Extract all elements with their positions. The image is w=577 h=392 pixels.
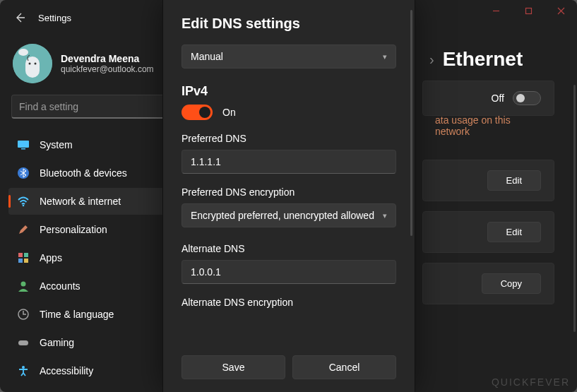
bluetooth-icon <box>17 167 30 179</box>
svg-point-5 <box>18 49 28 56</box>
metered-row: Off <box>422 81 554 116</box>
nav-label: Gaming <box>40 337 74 348</box>
nav-item-apps[interactable]: Apps <box>8 244 172 271</box>
dialog-footer: Save Cancel <box>163 345 415 392</box>
svg-rect-13 <box>24 259 28 263</box>
nav-item-network[interactable]: Network & internet <box>8 188 172 215</box>
svg-point-3 <box>29 63 31 65</box>
toggle-label: On <box>222 107 236 118</box>
preferred-dns-label: Preferred DNS <box>182 133 396 144</box>
svg-rect-0 <box>525 8 531 13</box>
avatar <box>13 44 52 83</box>
preferred-dns-input[interactable]: 1.1.1.1 <box>182 150 396 174</box>
nav-label: Accounts <box>40 280 81 292</box>
nav-item-bluetooth[interactable]: Bluetooth & devices <box>8 160 172 186</box>
chevron-down-icon: ▾ <box>383 52 387 61</box>
nav-item-accessibility[interactable]: Accessibility <box>8 357 172 384</box>
person-icon <box>17 280 30 292</box>
nav-item-time-language[interactable]: Time & language <box>8 301 172 328</box>
svg-rect-7 <box>21 148 25 150</box>
toggle-label: Off <box>492 93 504 104</box>
close-button[interactable] <box>545 0 577 21</box>
svg-rect-12 <box>18 259 23 263</box>
select-value: Encrypted preferred, unencrypted allowed <box>191 210 374 221</box>
nav-label: Bluetooth & devices <box>40 167 127 179</box>
svg-point-14 <box>21 282 26 287</box>
watermark: QUICKFEVER <box>492 376 570 388</box>
nav-item-accounts[interactable]: Accounts <box>8 273 172 299</box>
preferred-dns-encryption-select[interactable]: Encrypted preferred, unencrypted allowed… <box>182 203 396 227</box>
nav-label: Time & language <box>40 309 114 320</box>
nav-label: System <box>40 139 73 150</box>
save-button[interactable]: Save <box>182 355 285 379</box>
edit-button-1[interactable]: Edit <box>487 170 541 191</box>
maximize-button[interactable] <box>512 0 545 21</box>
nav-label: Accessibility <box>40 365 93 376</box>
search-input[interactable]: Find a setting <box>11 95 168 119</box>
copy-button[interactable]: Copy <box>482 273 541 294</box>
search-placeholder: Find a setting <box>19 101 78 112</box>
dialog-title: Edit DNS settings <box>182 16 396 32</box>
svg-rect-11 <box>24 253 28 257</box>
svg-rect-16 <box>18 340 28 345</box>
dialog-content: Edit DNS settings Manual ▾ IPv4 On Prefe… <box>163 0 415 345</box>
monitor-icon <box>17 138 30 151</box>
dns-mode-select[interactable]: Manual ▾ <box>182 44 396 69</box>
sidebar: Devendra Meena quickfever@outlook.com Fi… <box>0 35 175 392</box>
paintbrush-icon <box>17 223 30 236</box>
svg-point-17 <box>22 366 25 369</box>
setting-row-1: Edit <box>422 160 554 201</box>
profile-block[interactable]: Devendra Meena quickfever@outlook.com <box>8 41 172 95</box>
chevron-right-icon: › <box>429 52 434 68</box>
wifi-icon <box>17 195 30 208</box>
cancel-button[interactable]: Cancel <box>292 355 396 379</box>
nav-label: Network & internet <box>40 196 121 207</box>
window-title: Settings <box>38 13 71 23</box>
dialog-scrollbar[interactable] <box>410 10 412 236</box>
edit-dns-dialog: Edit DNS settings Manual ▾ IPv4 On Prefe… <box>162 0 415 392</box>
setting-row-2: Edit <box>422 211 554 253</box>
nav-label: Personalization <box>40 224 107 235</box>
accessibility-icon <box>17 364 30 377</box>
clock-globe-icon <box>17 308 30 321</box>
data-usage-link[interactable]: ata usage on this network <box>422 112 554 150</box>
nav-item-system[interactable]: System <box>8 131 172 158</box>
select-value: Manual <box>191 51 223 62</box>
ipv4-toggle[interactable]: On <box>182 105 396 120</box>
alternate-dns-encryption-label: Alternate DNS encryption <box>182 297 396 308</box>
page-title: Ethernet <box>443 48 523 71</box>
minimize-button[interactable] <box>480 0 512 21</box>
svg-rect-10 <box>18 253 23 257</box>
edit-button-2[interactable]: Edit <box>487 222 541 242</box>
svg-rect-6 <box>18 141 29 148</box>
settings-window: Settings <box>0 0 577 392</box>
profile-email: quickfever@outlook.com <box>61 64 154 74</box>
arrow-left-icon <box>14 12 25 23</box>
alternate-dns-input[interactable]: 1.0.0.1 <box>182 260 396 284</box>
main-scrollbar[interactable] <box>573 85 576 332</box>
metered-toggle[interactable]: Off <box>492 91 541 105</box>
setting-row-3: Copy <box>422 263 554 304</box>
ipv4-heading: IPv4 <box>182 84 396 99</box>
back-button[interactable] <box>13 11 27 25</box>
svg-point-4 <box>35 63 37 65</box>
window-controls <box>480 0 577 21</box>
nav-list: System Bluetooth & devices Network & int… <box>8 131 172 384</box>
chevron-down-icon: ▾ <box>383 211 387 220</box>
nav-item-gaming[interactable]: Gaming <box>8 329 172 356</box>
gamepad-icon <box>17 336 30 349</box>
svg-point-9 <box>23 205 25 207</box>
nav-item-personalization[interactable]: Personalization <box>8 216 172 243</box>
profile-name: Devendra Meena <box>61 53 154 64</box>
alternate-dns-label: Alternate DNS <box>182 243 396 254</box>
apps-icon <box>17 251 30 264</box>
nav-label: Apps <box>40 252 62 263</box>
preferred-dns-encryption-label: Preferred DNS encryption <box>182 186 396 198</box>
